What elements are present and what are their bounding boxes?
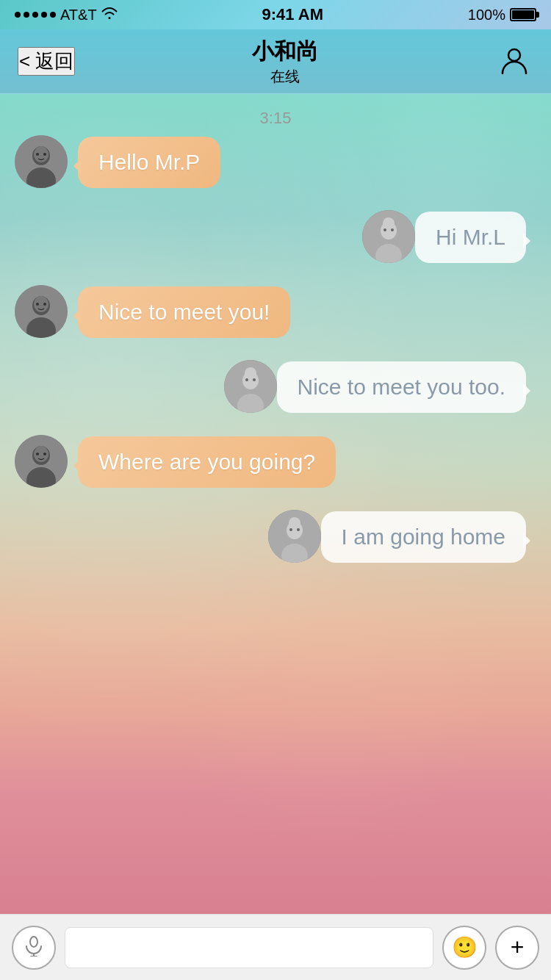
list-item: Hi Mr.L [415, 212, 526, 263]
signal-dot-5 [50, 12, 56, 18]
table-row: Where are you going? [15, 435, 536, 488]
signal-dot-1 [15, 12, 21, 18]
avatar [268, 510, 321, 563]
nav-center: 小和尚 在线 [252, 37, 318, 87]
battery-fill [512, 10, 534, 19]
svg-point-18 [43, 303, 46, 306]
message-text: I am going home [342, 525, 505, 549]
chat-area: 3:15 Hello Mr.P H [0, 94, 551, 914]
table-row: Hello Mr.P [15, 135, 536, 188]
table-row: Nice to meet you! [15, 285, 536, 338]
svg-point-37 [30, 937, 37, 947]
plus-icon: + [511, 934, 525, 961]
svg-point-35 [289, 528, 292, 531]
svg-point-6 [43, 153, 46, 156]
messages-container: Hello Mr.P Hi Mr.L [0, 135, 551, 585]
message-text: Nice to meet you too. [298, 375, 505, 399]
battery-icon [510, 8, 536, 21]
person-icon [498, 44, 530, 79]
list-item: Nice to meet you too. [277, 361, 526, 413]
avatar [15, 135, 68, 188]
timestamp-label: 3:15 [260, 109, 292, 127]
message-input[interactable] [65, 927, 433, 968]
emoji-button[interactable]: 🙂 [442, 926, 486, 970]
signal-dot-2 [24, 12, 29, 18]
contact-name: 小和尚 [252, 37, 318, 67]
svg-point-29 [36, 453, 39, 455]
table-row: Hi Mr.L [15, 210, 536, 263]
list-item: Where are you going? [78, 436, 336, 488]
message-text: Hi Mr.L [436, 225, 505, 249]
add-button[interactable]: + [495, 926, 539, 970]
svg-point-17 [36, 303, 39, 306]
time-display: 9:41 AM [262, 5, 323, 24]
svg-point-12 [391, 228, 394, 231]
signal-dot-4 [41, 12, 47, 18]
svg-point-36 [297, 528, 300, 531]
signal-dot-3 [32, 12, 38, 18]
svg-point-23 [245, 378, 248, 381]
contact-status: 在线 [252, 67, 318, 87]
svg-point-5 [36, 153, 39, 156]
svg-point-0 [508, 49, 520, 61]
table-row: Nice to meet you too. [15, 360, 536, 413]
svg-point-11 [383, 228, 386, 231]
message-text: Nice to meet you! [98, 300, 270, 324]
status-right: 100% [468, 7, 536, 24]
list-item: Hello Mr.P [78, 137, 220, 188]
status-bar: AT&T 9:41 AM 100% [0, 0, 551, 29]
list-item: Nice to meet you! [78, 287, 290, 338]
avatar [15, 435, 68, 488]
timestamp: 3:15 [0, 94, 551, 135]
input-bar: 🙂 + [0, 914, 551, 980]
status-left: AT&T [15, 7, 118, 24]
emoji-icon: 🙂 [452, 935, 478, 959]
svg-point-30 [43, 453, 46, 455]
avatar [362, 210, 415, 263]
back-button[interactable]: < 返回 [18, 47, 75, 76]
message-text: Where are you going? [98, 450, 315, 474]
svg-point-24 [253, 378, 256, 381]
wifi-icon [101, 7, 118, 24]
list-item: I am going home [321, 511, 526, 563]
message-text: Hello Mr.P [98, 150, 200, 174]
signal-dots [15, 12, 56, 18]
avatar [224, 360, 277, 413]
carrier-label: AT&T [60, 7, 97, 24]
table-row: I am going home [15, 510, 536, 563]
avatar [15, 285, 68, 338]
navigation-bar: < 返回 小和尚 在线 [0, 29, 551, 94]
voice-icon [24, 936, 44, 959]
battery-label: 100% [468, 7, 505, 24]
voice-button[interactable] [12, 926, 56, 970]
profile-button[interactable] [495, 43, 533, 81]
